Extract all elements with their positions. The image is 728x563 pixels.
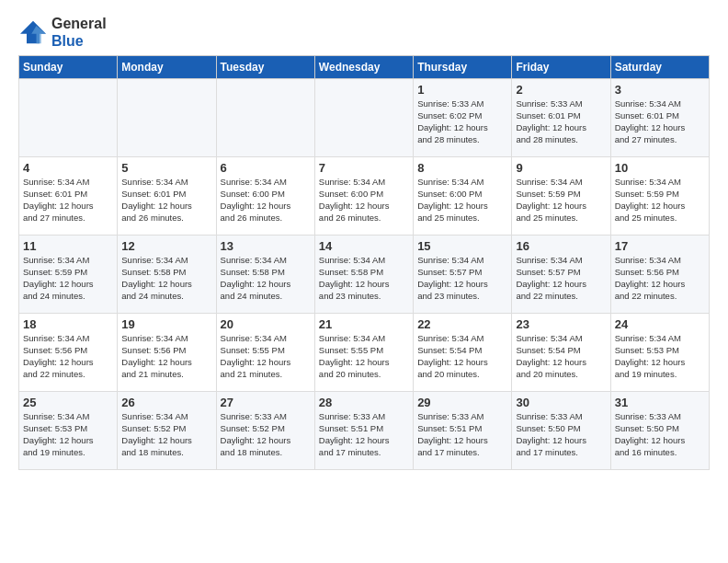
calendar-cell: 12Sunrise: 5:34 AM Sunset: 5:58 PM Dayli…	[118, 236, 216, 314]
day-info: Sunrise: 5:33 AM Sunset: 5:50 PM Dayligh…	[615, 411, 705, 458]
header-day-tuesday: Tuesday	[216, 56, 314, 79]
day-number: 6	[221, 161, 311, 175]
day-info: Sunrise: 5:33 AM Sunset: 5:51 PM Dayligh…	[417, 411, 507, 458]
header-day-sunday: Sunday	[19, 56, 118, 79]
calendar-cell: 9Sunrise: 5:34 AM Sunset: 5:59 PM Daylig…	[512, 157, 610, 236]
day-info: Sunrise: 5:34 AM Sunset: 6:01 PM Dayligh…	[615, 98, 705, 145]
day-info: Sunrise: 5:34 AM Sunset: 5:56 PM Dayligh…	[615, 255, 705, 302]
day-info: Sunrise: 5:34 AM Sunset: 5:57 PM Dayligh…	[516, 255, 606, 302]
calendar-cell: 2Sunrise: 5:33 AM Sunset: 6:01 PM Daylig…	[512, 79, 610, 157]
calendar-cell	[216, 79, 314, 157]
day-info: Sunrise: 5:34 AM Sunset: 5:56 PM Dayligh…	[121, 333, 211, 380]
calendar-cell: 8Sunrise: 5:34 AM Sunset: 6:00 PM Daylig…	[414, 157, 512, 236]
calendar-cell: 5Sunrise: 5:34 AM Sunset: 6:01 PM Daylig…	[118, 157, 216, 236]
calendar-cell: 30Sunrise: 5:33 AM Sunset: 5:50 PM Dayli…	[512, 392, 610, 470]
calendar-cell: 28Sunrise: 5:33 AM Sunset: 5:51 PM Dayli…	[314, 392, 413, 470]
day-info: Sunrise: 5:34 AM Sunset: 5:56 PM Dayligh…	[23, 333, 113, 380]
day-info: Sunrise: 5:34 AM Sunset: 5:59 PM Dayligh…	[516, 177, 606, 224]
calendar-cell: 19Sunrise: 5:34 AM Sunset: 5:56 PM Dayli…	[118, 314, 216, 392]
calendar-cell: 15Sunrise: 5:34 AM Sunset: 5:57 PM Dayli…	[414, 236, 512, 314]
calendar-table: SundayMondayTuesdayWednesdayThursdayFrid…	[18, 55, 710, 470]
header-day-saturday: Saturday	[610, 56, 709, 79]
day-number: 13	[221, 239, 311, 253]
day-info: Sunrise: 5:33 AM Sunset: 5:51 PM Dayligh…	[319, 411, 409, 458]
calendar-cell: 7Sunrise: 5:34 AM Sunset: 6:00 PM Daylig…	[314, 157, 413, 236]
day-number: 9	[516, 161, 606, 175]
day-info: Sunrise: 5:34 AM Sunset: 6:00 PM Dayligh…	[221, 177, 311, 224]
page-header: General Blue	[18, 15, 710, 50]
day-number: 20	[221, 317, 311, 331]
logo: General Blue	[18, 15, 107, 50]
day-info: Sunrise: 5:34 AM Sunset: 5:58 PM Dayligh…	[221, 255, 311, 302]
day-info: Sunrise: 5:34 AM Sunset: 5:57 PM Dayligh…	[417, 255, 507, 302]
calendar-cell: 24Sunrise: 5:34 AM Sunset: 5:53 PM Dayli…	[610, 314, 709, 392]
header-day-friday: Friday	[512, 56, 610, 79]
calendar-cell: 23Sunrise: 5:34 AM Sunset: 5:54 PM Dayli…	[512, 314, 610, 392]
day-number: 2	[516, 83, 606, 97]
day-number: 4	[23, 161, 113, 175]
day-number: 18	[23, 317, 113, 331]
day-info: Sunrise: 5:34 AM Sunset: 5:53 PM Dayligh…	[615, 333, 705, 380]
day-info: Sunrise: 5:34 AM Sunset: 5:55 PM Dayligh…	[319, 333, 409, 380]
calendar-cell	[19, 79, 118, 157]
calendar-body: 1Sunrise: 5:33 AM Sunset: 6:02 PM Daylig…	[19, 79, 710, 470]
calendar-cell: 29Sunrise: 5:33 AM Sunset: 5:51 PM Dayli…	[414, 392, 512, 470]
day-number: 26	[121, 396, 211, 409]
calendar-cell: 26Sunrise: 5:34 AM Sunset: 5:52 PM Dayli…	[118, 392, 216, 470]
day-number: 27	[221, 396, 311, 409]
day-number: 25	[23, 396, 113, 409]
calendar-cell: 11Sunrise: 5:34 AM Sunset: 5:59 PM Dayli…	[19, 236, 118, 314]
calendar-cell: 16Sunrise: 5:34 AM Sunset: 5:57 PM Dayli…	[512, 236, 610, 314]
calendar-cell: 25Sunrise: 5:34 AM Sunset: 5:53 PM Dayli…	[19, 392, 118, 470]
week-row-2: 4Sunrise: 5:34 AM Sunset: 6:01 PM Daylig…	[19, 157, 710, 236]
day-info: Sunrise: 5:34 AM Sunset: 5:58 PM Dayligh…	[319, 255, 409, 302]
day-info: Sunrise: 5:34 AM Sunset: 5:59 PM Dayligh…	[615, 177, 705, 224]
day-info: Sunrise: 5:33 AM Sunset: 6:01 PM Dayligh…	[516, 98, 606, 145]
day-info: Sunrise: 5:33 AM Sunset: 5:50 PM Dayligh…	[516, 411, 606, 458]
day-number: 14	[319, 239, 409, 253]
day-number: 28	[319, 396, 409, 409]
day-info: Sunrise: 5:34 AM Sunset: 5:52 PM Dayligh…	[121, 411, 211, 458]
calendar-cell: 3Sunrise: 5:34 AM Sunset: 6:01 PM Daylig…	[610, 79, 709, 157]
day-info: Sunrise: 5:34 AM Sunset: 6:01 PM Dayligh…	[121, 177, 211, 224]
day-number: 8	[417, 161, 507, 175]
day-number: 22	[417, 317, 507, 331]
calendar-cell: 20Sunrise: 5:34 AM Sunset: 5:55 PM Dayli…	[216, 314, 314, 392]
day-number: 7	[319, 161, 409, 175]
calendar-cell: 1Sunrise: 5:33 AM Sunset: 6:02 PM Daylig…	[414, 79, 512, 157]
day-number: 12	[121, 239, 211, 253]
calendar-cell: 22Sunrise: 5:34 AM Sunset: 5:54 PM Dayli…	[414, 314, 512, 392]
day-number: 3	[615, 83, 705, 97]
day-info: Sunrise: 5:34 AM Sunset: 6:00 PM Dayligh…	[319, 177, 409, 224]
calendar-cell: 14Sunrise: 5:34 AM Sunset: 5:58 PM Dayli…	[314, 236, 413, 314]
day-number: 30	[516, 396, 606, 409]
week-row-3: 11Sunrise: 5:34 AM Sunset: 5:59 PM Dayli…	[19, 236, 710, 314]
logo-icon	[18, 19, 48, 45]
header-row: SundayMondayTuesdayWednesdayThursdayFrid…	[19, 56, 710, 79]
day-info: Sunrise: 5:34 AM Sunset: 6:00 PM Dayligh…	[417, 177, 507, 224]
week-row-1: 1Sunrise: 5:33 AM Sunset: 6:02 PM Daylig…	[19, 79, 710, 157]
header-day-thursday: Thursday	[414, 56, 512, 79]
day-number: 5	[121, 161, 211, 175]
day-info: Sunrise: 5:34 AM Sunset: 6:01 PM Dayligh…	[23, 177, 113, 224]
day-number: 24	[615, 317, 705, 331]
calendar-cell: 21Sunrise: 5:34 AM Sunset: 5:55 PM Dayli…	[314, 314, 413, 392]
calendar-cell: 10Sunrise: 5:34 AM Sunset: 5:59 PM Dayli…	[610, 157, 709, 236]
day-number: 16	[516, 239, 606, 253]
day-number: 31	[615, 396, 705, 409]
day-info: Sunrise: 5:34 AM Sunset: 5:54 PM Dayligh…	[417, 333, 507, 380]
day-info: Sunrise: 5:34 AM Sunset: 5:58 PM Dayligh…	[121, 255, 211, 302]
calendar-cell	[118, 79, 216, 157]
header-day-monday: Monday	[118, 56, 216, 79]
header-day-wednesday: Wednesday	[314, 56, 413, 79]
day-info: Sunrise: 5:33 AM Sunset: 6:02 PM Dayligh…	[417, 98, 507, 145]
day-number: 19	[121, 317, 211, 331]
day-info: Sunrise: 5:34 AM Sunset: 5:59 PM Dayligh…	[23, 255, 113, 302]
calendar-cell: 6Sunrise: 5:34 AM Sunset: 6:00 PM Daylig…	[216, 157, 314, 236]
calendar-header: SundayMondayTuesdayWednesdayThursdayFrid…	[19, 56, 710, 79]
calendar-cell: 18Sunrise: 5:34 AM Sunset: 5:56 PM Dayli…	[19, 314, 118, 392]
calendar-cell: 17Sunrise: 5:34 AM Sunset: 5:56 PM Dayli…	[610, 236, 709, 314]
day-number: 17	[615, 239, 705, 253]
day-info: Sunrise: 5:34 AM Sunset: 5:53 PM Dayligh…	[23, 411, 113, 458]
week-row-4: 18Sunrise: 5:34 AM Sunset: 5:56 PM Dayli…	[19, 314, 710, 392]
